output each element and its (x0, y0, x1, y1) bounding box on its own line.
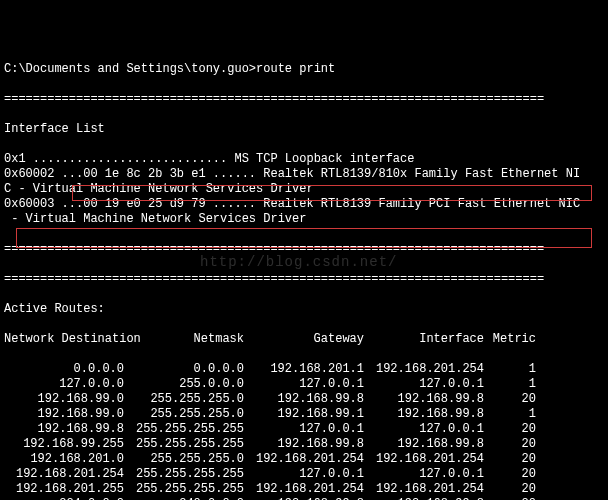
table-row: 192.168.201.254255.255.255.255127.0.0.11… (4, 467, 604, 482)
cell-metric: 20 (484, 467, 536, 482)
cell-gateway: 192.168.201.254 (244, 482, 364, 497)
interface-entry: C - Virtual Machine Network Services Dri… (4, 182, 604, 197)
header-interface: Interface (364, 332, 484, 347)
cell-gateway: 192.168.99.8 (244, 437, 364, 452)
table-row: 0.0.0.00.0.0.0192.168.201.1192.168.201.2… (4, 362, 604, 377)
cell-netmask: 255.255.255.0 (124, 392, 244, 407)
cell-netmask: 255.255.255.0 (124, 407, 244, 422)
cell-interface: 192.168.99.8 (364, 392, 484, 407)
route-table: 0.0.0.00.0.0.0192.168.201.1192.168.201.2… (4, 362, 604, 500)
cell-destination: 192.168.99.255 (4, 437, 124, 452)
cell-interface: 192.168.201.254 (364, 482, 484, 497)
active-routes-header: Active Routes: (4, 302, 604, 317)
cell-interface: 192.168.201.254 (364, 362, 484, 377)
cell-metric: 1 (484, 407, 536, 422)
cell-destination: 192.168.201.255 (4, 482, 124, 497)
table-row: 127.0.0.0255.0.0.0127.0.0.1127.0.0.11 (4, 377, 604, 392)
header-metric: Metric (484, 332, 536, 347)
cell-interface: 127.0.0.1 (364, 377, 484, 392)
cell-interface: 192.168.99.8 (364, 437, 484, 452)
cell-metric: 1 (484, 362, 536, 377)
prompt-line: C:\Documents and Settings\tony.guo>route… (4, 62, 604, 77)
table-row: 192.168.99.0255.255.255.0192.168.99.8192… (4, 392, 604, 407)
cell-gateway: 192.168.201.1 (244, 362, 364, 377)
cell-gateway: 192.168.99.8 (244, 392, 364, 407)
cell-destination: 192.168.99.8 (4, 422, 124, 437)
cell-gateway: 127.0.0.1 (244, 377, 364, 392)
cell-metric: 20 (484, 422, 536, 437)
cell-netmask: 255.255.255.255 (124, 482, 244, 497)
cell-destination: 0.0.0.0 (4, 362, 124, 377)
table-row: 192.168.201.255255.255.255.255192.168.20… (4, 482, 604, 497)
cell-netmask: 0.0.0.0 (124, 362, 244, 377)
cell-gateway: 127.0.0.1 (244, 467, 364, 482)
cell-destination: 192.168.201.0 (4, 452, 124, 467)
cell-interface: 127.0.0.1 (364, 467, 484, 482)
cell-destination: 192.168.99.0 (4, 407, 124, 422)
interface-entry: 0x60002 ...00 1e 8c 2b 3b e1 ...... Real… (4, 167, 604, 182)
cell-interface: 127.0.0.1 (364, 422, 484, 437)
cell-gateway: 127.0.0.1 (244, 422, 364, 437)
header-netmask: Netmask (140, 332, 244, 347)
cell-destination: 127.0.0.0 (4, 377, 124, 392)
table-row: 192.168.99.255255.255.255.255192.168.99.… (4, 437, 604, 452)
separator: ========================================… (4, 92, 604, 107)
cell-metric: 20 (484, 452, 536, 467)
cell-netmask: 255.255.255.0 (124, 452, 244, 467)
cell-interface: 192.168.99.8 (364, 407, 484, 422)
interface-entry: 0x1 ........................... MS TCP L… (4, 152, 604, 167)
header-gateway: Gateway (244, 332, 364, 347)
cell-destination: 192.168.99.0 (4, 392, 124, 407)
cell-metric: 20 (484, 392, 536, 407)
cell-gateway: 192.168.201.254 (244, 452, 364, 467)
separator: ========================================… (4, 242, 604, 257)
cell-netmask: 255.255.255.255 (124, 422, 244, 437)
cell-netmask: 255.255.255.255 (124, 437, 244, 452)
cell-destination: 192.168.201.254 (4, 467, 124, 482)
interface-entry: - Virtual Machine Network Services Drive… (4, 212, 604, 227)
table-row: 192.168.201.0255.255.255.0192.168.201.25… (4, 452, 604, 467)
cell-metric: 1 (484, 377, 536, 392)
header-destination: Network Destination (4, 332, 140, 347)
cell-interface: 192.168.201.254 (364, 452, 484, 467)
table-row: 192.168.99.0255.255.255.0192.168.99.1192… (4, 407, 604, 422)
interface-list-header: Interface List (4, 122, 604, 137)
interface-list: 0x1 ........................... MS TCP L… (4, 152, 604, 227)
cell-metric: 20 (484, 482, 536, 497)
interface-entry: 0x60003 ...00 19 e0 25 d9 79 ...... Real… (4, 197, 604, 212)
cell-netmask: 255.0.0.0 (124, 377, 244, 392)
cell-netmask: 255.255.255.255 (124, 467, 244, 482)
table-row: 192.168.99.8255.255.255.255127.0.0.1127.… (4, 422, 604, 437)
cell-gateway: 192.168.99.1 (244, 407, 364, 422)
cell-metric: 20 (484, 437, 536, 452)
route-table-header: Network DestinationNetmaskGatewayInterfa… (4, 332, 604, 347)
separator: ========================================… (4, 272, 604, 287)
